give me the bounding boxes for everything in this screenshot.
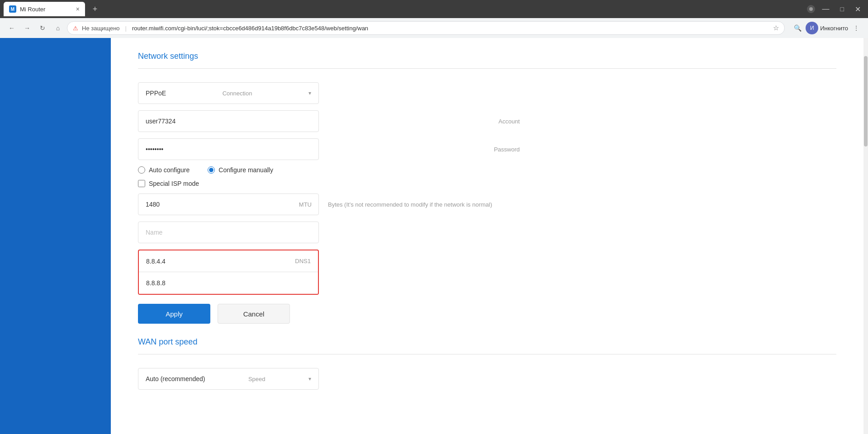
sidebar [0,38,111,434]
search-icon[interactable]: 🔍 [791,22,804,34]
wan-port-speed-section: WAN port speed Auto (recommended) Speed … [138,337,836,390]
special-isp-label[interactable]: Special ISP mode [149,180,199,187]
dns1-value: 8.8.4.4 [146,258,295,265]
section-divider [138,68,836,69]
separator: | [125,25,127,32]
password-input[interactable] [138,138,319,160]
maximize-button[interactable]: □ [837,4,848,14]
radio-group: Auto configure Configure manually [138,166,527,174]
special-isp-checkbox[interactable] [138,180,145,187]
lock-icon: ⚠ [73,25,78,32]
scrollbar-track[interactable] [863,38,868,434]
star-icon[interactable]: ☆ [773,24,779,32]
address-text: router.miwifi.com/cgi-bin/luci/;stok=cbc… [132,25,769,32]
minimize-button[interactable]: — [819,3,833,15]
address-bar[interactable]: ⚠ Не защищено | router.miwifi.com/cgi-bi… [67,21,785,35]
configure-manually-option[interactable]: Configure manually [208,166,273,174]
mtu-field-wrapper: MTU [138,193,319,215]
configure-manually-label: Configure manually [218,166,273,174]
svg-point-0 [809,7,813,11]
apply-button[interactable]: Apply [138,304,210,324]
network-settings-title: Network settings [138,52,836,61]
speed-value: Auto (recommended) [146,375,205,382]
name-input[interactable] [138,222,319,243]
speed-label: Speed [248,376,266,382]
tab-close-button[interactable]: × [76,5,80,13]
account-field-wrapper: Account [138,110,527,132]
dns2-input[interactable] [146,279,311,287]
auto-configure-radio[interactable] [138,166,145,174]
connection-type-value: PPPoE [146,90,166,97]
configure-manually-radio[interactable] [208,166,215,174]
password-field-wrapper: Password [138,138,527,160]
account-icon[interactable]: И [806,22,818,34]
dns1-label: DNS1 [295,258,311,264]
home-button[interactable]: ⌂ [52,22,64,34]
account-label: Account [498,118,520,125]
forward-button[interactable]: → [21,22,33,34]
speed-chevron-down-icon: ▾ [308,376,311,382]
tab-title: Mi Router [20,6,72,13]
account-input[interactable] [138,110,319,132]
auto-configure-label: Auto configure [149,166,190,174]
window-extensions-icon[interactable] [807,5,815,13]
chevron-down-icon: ▾ [308,90,311,96]
dns-box: 8.8.4.4 DNS1 [138,250,319,295]
dns1-row: 8.8.4.4 DNS1 [139,250,318,272]
incognito-label: Инкогнито [820,25,848,32]
scrollbar-thumb[interactable] [864,56,868,146]
connection-type-dropdown[interactable]: PPPoE Connection ▾ [138,82,319,104]
form-container: PPPoE Connection ▾ Account Password Auto… [138,82,527,324]
tab-favicon: M [9,5,16,13]
browser-titlebar: M Mi Router × + — □ ✕ [0,0,868,18]
main-content: Network settings PPPoE Connection ▾ Acco… [111,38,863,434]
wan-section-divider [138,354,836,354]
mtu-label: MTU [299,201,312,208]
menu-icon[interactable]: ⋮ [850,22,863,34]
back-button[interactable]: ← [5,22,18,34]
mtu-input[interactable] [138,193,319,215]
new-tab-button[interactable]: + [89,3,101,15]
mtu-row: MTU Bytes (It's not recommended to modif… [138,193,527,215]
auto-configure-option[interactable]: Auto configure [138,166,190,174]
password-label: Password [494,146,520,153]
speed-dropdown[interactable]: Auto (recommended) Speed ▾ [138,368,319,390]
cancel-button[interactable]: Cancel [218,304,290,324]
not-secure-label: Не защищено [82,25,120,32]
close-window-button[interactable]: ✕ [851,3,864,15]
browser-actions: 🔍 И Инкогнито ⋮ [791,22,863,34]
page-content: Network settings PPPoE Connection ▾ Acco… [0,38,868,434]
connection-label: Connection [223,90,252,97]
dns2-row [139,272,318,294]
button-row: Apply Cancel [138,304,527,324]
browser-controls: ← → ↻ ⌂ ⚠ Не защищено | router.miwifi.co… [0,18,868,38]
browser-tab[interactable]: M Mi Router × [4,2,85,16]
special-isp-checkbox-group: Special ISP mode [138,180,527,187]
wan-port-speed-title: WAN port speed [138,337,836,347]
mtu-note: Bytes (It's not recommended to modify if… [328,201,492,208]
reload-button[interactable]: ↻ [36,22,49,34]
